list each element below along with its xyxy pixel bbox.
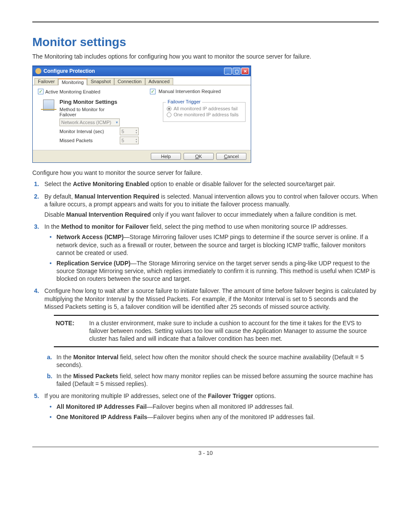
note-body: In a cluster environment, make sure to i… [89,319,377,343]
configure-protection-dialog: Configure Protection _ ▢ ✕ Failover Moni… [32,65,251,163]
spinner-arrows-icon: ▴▾ [136,138,137,143]
method-value: Network Access (ICMP) [61,120,111,125]
method-label: Method to Monitor for Failover [59,107,120,117]
interval-label: Monitor Interval (sec) [59,129,120,134]
step-5: If you are monitoring multiple IP addres… [44,392,379,421]
configure-line: Configure how you want to monitor the so… [32,169,379,177]
note-label: NOTE: [56,319,89,343]
step-2: By default, Manual Intervention Required… [44,193,379,219]
note-box: NOTE: In a cluster environment, make sur… [54,315,379,347]
titlebar: Configure Protection _ ▢ ✕ [33,66,251,76]
ping-settings-header: Ping Monitor Settings [59,99,159,105]
missed-value: 5 [121,138,124,143]
maximize-button[interactable]: ▢ [233,68,240,75]
page-number: 3 - 10 [32,447,379,456]
close-button[interactable]: ✕ [241,68,249,75]
tabstrip: Failover Monitoring Snapshot Connection … [33,76,251,85]
dialog-body: ✓ Active Monitoring Enabled ✓ Manual Int… [33,85,251,150]
active-monitoring-label: Active Monitoring Enabled [45,89,100,94]
tab-monitoring[interactable]: Monitoring [58,78,87,85]
page-title: Monitor settings [32,35,379,49]
interval-spinner[interactable]: 5 ▴▾ [120,128,139,135]
step-4a: In the Monitor Interval field, select ho… [56,353,379,369]
interval-value: 5 [121,129,124,134]
minimize-button[interactable]: _ [224,68,232,75]
missed-label: Missed Packets [59,138,120,143]
manual-intervention-checkbox[interactable]: ✓ [150,89,156,94]
method-combo[interactable]: Network Access (ICMP) ▾ [59,118,120,126]
help-button[interactable]: Help [151,153,181,160]
app-icon [35,68,41,74]
radio-all-fail[interactable] [167,106,171,111]
step-4: Configure how long to wait after a sourc… [44,287,379,388]
active-monitoring-checkbox[interactable]: ✓ [38,89,44,94]
tab-snapshot[interactable]: Snapshot [87,78,114,85]
failover-trigger-fieldset: Failover Trigger All monitored IP addres… [163,102,246,122]
spinner-arrows-icon: ▴▾ [136,129,137,134]
main-steps: Select the Active Monitoring Enabled opt… [32,180,379,421]
chevron-down-icon: ▾ [116,120,118,124]
ok-button[interactable]: OK [184,153,214,160]
step-3-bullet-2: Replication Service (UDP)—The Storage Mi… [56,259,379,283]
tab-advanced[interactable]: Advanced [145,78,173,85]
manual-intervention-label: Manual Intervention Required [159,89,221,94]
titlebar-text: Configure Protection [44,68,95,74]
step-1: Select the Active Monitoring Enabled opt… [44,180,379,188]
dialog-footer: Help OK Cancel [33,150,251,162]
step-3: In the Method to monitor for Failover fi… [44,223,379,283]
step-4b: In the Missed Packets field, select how … [56,372,379,388]
tab-failover[interactable]: Failover [34,78,58,85]
ping-icon [43,100,54,111]
intro-text: The Monitoring tab includes options for … [32,53,379,60]
tab-connection[interactable]: Connection [114,78,145,85]
step-3-bullet-1: Network Access (ICMP)—Storage Mirroring … [56,233,379,257]
step-5-bullet-2: One Monitored IP Address Fails—Failover … [56,413,379,421]
missed-spinner[interactable]: 5 ▴▾ [120,137,139,144]
cancel-button[interactable]: Cancel [216,153,246,160]
failover-trigger-legend: Failover Trigger [166,99,202,104]
radio-all-fail-label: All monitored IP addresses fail [174,106,237,111]
step-5-bullet-1: All Monitored IP Addresses Fail—Failover… [56,403,379,411]
radio-one-fail[interactable] [167,112,171,117]
radio-one-fail-label: One monitored IP address fails [174,112,239,117]
top-rule [32,22,379,22]
